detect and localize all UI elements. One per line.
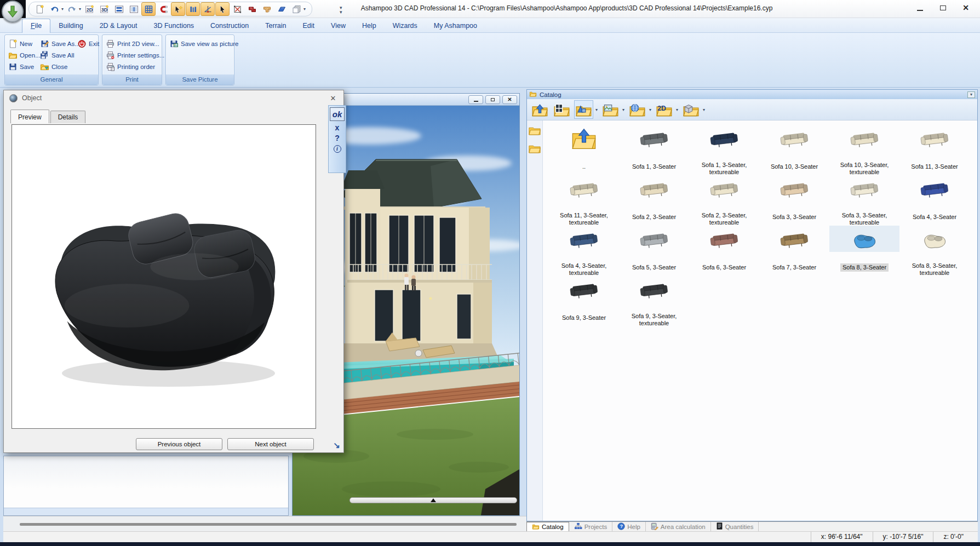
3d-close-button[interactable]: ✕	[502, 95, 517, 104]
catalog-item-sofa-5-3-seater[interactable]: Sofa 5, 3-Seater	[619, 226, 689, 276]
catalog-item-sofa-8-3-seater-textureable[interactable]: Sofa 8, 3-Seater, textureable	[899, 226, 970, 276]
next-object-button[interactable]: Next object	[227, 438, 314, 450]
wall-corner-icon[interactable]	[245, 2, 259, 16]
save-as-button[interactable]: Save As...	[39, 38, 82, 49]
panel-tab-quantities[interactable]: Quantities	[711, 522, 759, 531]
previous-object-button[interactable]: Previous object	[136, 438, 222, 450]
internet-catalog-icon[interactable]	[628, 100, 647, 119]
open-button[interactable]: Open...	[7, 49, 43, 61]
3d-restore-button[interactable]	[485, 95, 500, 104]
catalog-item-sofa-9-3-seater[interactable]: Sofa 9, 3-Seater	[549, 276, 619, 326]
undo-icon[interactable]	[47, 2, 61, 16]
catalog-item-sofa-1-3-seater[interactable]: Sofa 1, 3-Seater	[619, 125, 689, 175]
internet-catalog-dropdown-icon[interactable]: ▾	[649, 107, 651, 112]
wall-pattern-icon[interactable]	[260, 2, 274, 16]
copy-layers-icon[interactable]	[289, 2, 303, 16]
textures-catalog-dropdown-icon[interactable]: ▾	[622, 107, 624, 112]
catalog-shortcut-folder-2-icon[interactable]	[529, 143, 541, 156]
tile-horizontal-icon[interactable]	[112, 2, 126, 16]
panel-tab-catalog[interactable]: Catalog	[526, 522, 569, 531]
info-icon[interactable]: i	[334, 145, 341, 153]
tab-2d-layout[interactable]: 2D & Layout	[91, 19, 146, 33]
panel-tab-projects[interactable]: Projects	[569, 522, 613, 531]
exit-button[interactable]: Exit	[76, 38, 101, 49]
catalog-item-sofa-11-3-seater[interactable]: Sofa 11, 3-Seater	[899, 125, 970, 175]
panel-tab-area-calculation[interactable]: Area calculation	[646, 522, 711, 531]
dialog-tab-details[interactable]: Details	[50, 111, 86, 123]
catalog-item-sofa-11-3-seater-textureable[interactable]: Sofa 11, 3-Seater, textureable	[549, 175, 619, 226]
catalog-item-sofa-2-3-seater[interactable]: Sofa 2, 3-Seater	[619, 175, 689, 226]
toolbar-overflow-icon[interactable]: ▾▾	[340, 5, 342, 14]
tab-view[interactable]: View	[323, 19, 354, 33]
catalog-item-sofa-7-3-seater[interactable]: Sofa 7, 3-Seater	[759, 226, 829, 276]
new-document-icon[interactable]	[32, 2, 47, 16]
tab-my-ashampoo[interactable]: My Ashampoo	[426, 19, 485, 33]
grid-icon[interactable]	[141, 2, 156, 16]
ok-button[interactable]: ok	[330, 107, 345, 121]
catalog-item-sofa-10-3-seater[interactable]: Sofa 10, 3-Seater	[759, 125, 829, 175]
help-question-button[interactable]: ?	[335, 134, 340, 142]
2d-catalog-dropdown-icon[interactable]: ▾	[676, 107, 678, 112]
catalog-options-icon[interactable]: ▾	[967, 91, 975, 98]
tile-vertical-icon[interactable]	[127, 2, 141, 16]
object-dialog-titlebar[interactable]: Object	[4, 90, 343, 106]
catalog-item-sofa-6-3-seater[interactable]: Sofa 6, 3-Seater	[689, 226, 759, 276]
catalog-item-sofa-2-3-seater-textureable[interactable]: Sofa 2, 3-Seater, textureable	[689, 175, 759, 226]
objects-catalog-icon[interactable]	[574, 100, 593, 119]
catalog-item-sofa-3-3-seater-textureable[interactable]: Sofa 3, 3-Seater, textureable	[829, 175, 899, 226]
catalog-item-sofa-4-3-seater-textureable[interactable]: Sofa 4, 3-Seater, textureable	[549, 226, 619, 276]
panel-tab-help[interactable]: ?Help	[612, 522, 646, 531]
new-button[interactable]: New	[7, 38, 43, 49]
folder-up-icon[interactable]	[530, 100, 549, 119]
textures-catalog-icon[interactable]	[601, 100, 620, 119]
maximize-window-icon[interactable]	[933, 1, 953, 14]
guides-icon[interactable]	[186, 2, 200, 16]
tab-3d-functions[interactable]: 3D Functions	[145, 19, 202, 33]
tab-file[interactable]: File	[22, 19, 50, 33]
select-sparkle-icon[interactable]	[171, 2, 185, 16]
objects-catalog-dropdown-icon[interactable]: ▾	[595, 107, 598, 112]
redo-dropdown-icon[interactable]: ▾	[79, 7, 81, 12]
snap-axis-icon[interactable]	[200, 2, 215, 16]
minimize-window-icon[interactable]	[910, 1, 930, 14]
view-rotation-slider[interactable]	[349, 497, 517, 503]
3d-view-icon[interactable]: 3D	[97, 2, 111, 16]
catalog-shortcut-folder-1-icon[interactable]	[529, 125, 541, 137]
dialog-tab-preview[interactable]: Preview	[10, 110, 49, 123]
catalog-item-sofa-4-3-seater[interactable]: Sofa 4, 3-Seater	[899, 175, 970, 226]
catalog-item-[interactable]: ..	[549, 125, 619, 175]
tab-building[interactable]: Building	[50, 19, 91, 33]
tab-edit[interactable]: Edit	[295, 19, 323, 33]
2d-view-icon[interactable]: 2D	[82, 2, 96, 16]
tab-help[interactable]: Help	[354, 19, 385, 33]
horizontal-scrollbar[interactable]	[20, 523, 517, 526]
magnet-snap-icon[interactable]	[156, 2, 170, 16]
copy-layers-dropdown-icon[interactable]: ▾	[303, 7, 306, 12]
save-button[interactable]: Save	[7, 61, 43, 72]
roof-icon[interactable]	[274, 2, 289, 16]
rooms-catalog-icon[interactable]	[681, 100, 701, 119]
close-window-icon[interactable]: ✕	[956, 1, 976, 14]
3d-minimize-button[interactable]	[468, 95, 483, 104]
catalog-item-sofa-3-3-seater[interactable]: Sofa 3, 3-Seater	[759, 175, 829, 226]
select-arrow-icon[interactable]	[215, 2, 230, 16]
cancel-x-button[interactable]: x	[335, 124, 340, 131]
undo-dropdown-icon[interactable]: ▾	[61, 7, 64, 12]
save-view-as-picture-button[interactable]: Save view as picture	[168, 38, 240, 49]
print-2d-view-button[interactable]: Print 2D view...	[105, 38, 167, 49]
save-all-button[interactable]: Save All	[39, 49, 82, 61]
redo-icon[interactable]	[65, 2, 79, 16]
close-button[interactable]: Close	[39, 61, 82, 72]
application-menu-button[interactable]	[2, 1, 24, 22]
printing-order-button[interactable]: Printing order	[105, 61, 167, 72]
dialog-resize-grip-icon[interactable]: ↘	[333, 440, 340, 450]
tab-terrain[interactable]: Terrain	[257, 19, 294, 33]
transform-icon[interactable]	[230, 2, 244, 16]
catalog-item-sofa-10-3-seater-textureable[interactable]: Sofa 10, 3-Seater, textureable	[829, 125, 899, 175]
windows-catalog-icon[interactable]	[552, 100, 571, 119]
catalog-item-sofa-1-3-seater-textureable[interactable]: Sofa 1, 3-Seater, textureable	[689, 125, 759, 175]
object-dialog-close-icon[interactable]: ✕	[328, 94, 338, 103]
catalog-item-sofa-9-3-seater-textureable[interactable]: Sofa 9, 3-Seater, textureable	[619, 276, 689, 326]
tab-construction[interactable]: Construction	[202, 19, 257, 33]
rooms-catalog-dropdown-icon[interactable]: ▾	[703, 107, 705, 112]
